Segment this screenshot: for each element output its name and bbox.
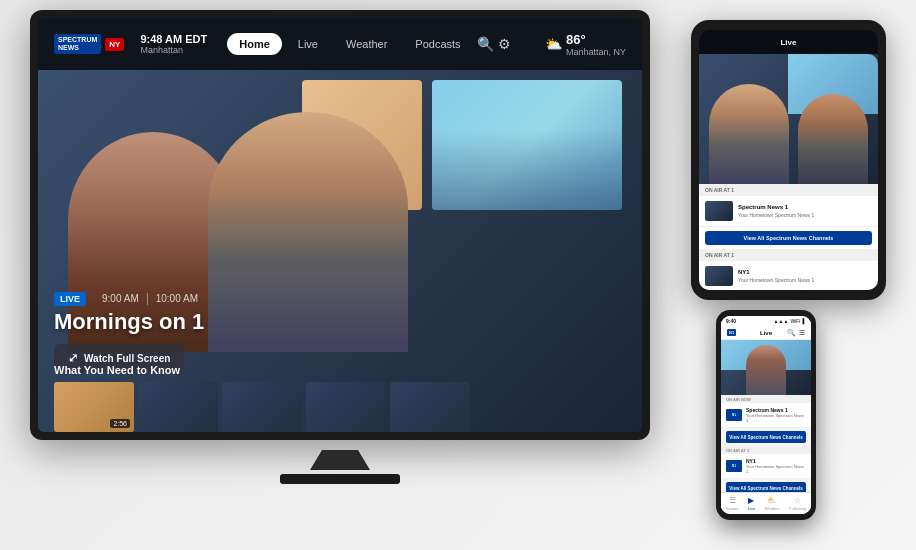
tv-stand	[310, 450, 370, 470]
phone-nav-icons: 🔍 ☰	[787, 329, 805, 337]
city-buildings	[432, 130, 622, 210]
tablet-list-item-2[interactable]: NY1 Your Hometown Spectrum News 1	[699, 261, 878, 290]
thumbnail-row: 2:56	[54, 382, 626, 432]
phone-cta-text-2: View All Spectrum News Channels	[729, 486, 803, 491]
tv-time-display: 9:48 AM EDT Manhattan	[140, 33, 207, 55]
phone-item-logo-2: N1	[726, 460, 742, 472]
tablet-item-text-1: Spectrum News 1 Your Hometown Spectrum N…	[738, 204, 872, 217]
search-icon[interactable]: 🔍	[477, 36, 494, 52]
phone-tab-following[interactable]: ☆ Following	[789, 496, 806, 511]
phone-logo-box: N1	[727, 329, 736, 336]
phone-tab-stories[interactable]: ☰ Stories	[726, 496, 738, 511]
temperature: 86°	[566, 32, 626, 47]
phone-item-sub-1: Your Hometown Spectrum News 1	[746, 413, 806, 423]
thumbnail-1[interactable]: 2:56	[54, 382, 134, 432]
tv-device: SPECTRUMNEWS NY 9:48 AM EDT Manhattan Ho…	[30, 10, 650, 500]
backdrop-city	[432, 80, 622, 210]
tablet-item-sub-1: Your Hometown Spectrum News 1	[738, 212, 872, 218]
phone-status-icons: ▲▲▲ WiFi ▌	[774, 318, 806, 324]
show-title: Mornings on 1	[54, 310, 626, 334]
show-time-start: 9:00 AM	[102, 293, 139, 304]
phone-item-logo-1: N1	[726, 409, 742, 421]
tablet-list: ON AIR AT 1 Spectrum News 1 Your Hometow…	[699, 184, 878, 290]
weather-tab-label: Weather	[765, 506, 780, 511]
phone-content: ON AIR NOW N1 Spectrum News 1 Your Homet…	[721, 395, 811, 492]
tablet-section-header-2: ON AIR AT 1	[699, 249, 878, 261]
live-label: Live	[748, 506, 755, 511]
phone-tab-weather[interactable]: ⛅ Weather	[765, 496, 780, 511]
tablet-thumb-1	[705, 201, 733, 221]
weather-location: Manhattan, NY	[566, 47, 626, 57]
tv-body: SPECTRUMNEWS NY 9:48 AM EDT Manhattan Ho…	[30, 10, 650, 440]
phone-section-header-2: ON AIR AT 1	[721, 446, 811, 454]
phone-item-text-1: Spectrum News 1 Your Hometown Spectrum N…	[746, 407, 806, 423]
tablet-body: Live ON AIR AT 1	[691, 20, 886, 300]
phone-list-item-2[interactable]: N1 NY1 Your Hometown Spectrum News 1	[721, 454, 811, 479]
weather-icon: ⛅	[545, 36, 562, 52]
show-time-end: 10:00 AM	[156, 293, 198, 304]
phone-section-header-1: ON AIR NOW	[721, 395, 811, 403]
nav-podcasts[interactable]: Podcasts	[403, 33, 472, 55]
lower-third: LIVE 9:00 AM 10:00 AM Mornings on 1 ⤢ Wa…	[54, 292, 626, 372]
tablet-news-scene	[699, 54, 878, 184]
tablet-anchor-right	[798, 94, 868, 184]
wifi-icon: WiFi	[790, 318, 800, 324]
phone-logo: N1	[727, 329, 736, 336]
time-separator	[147, 293, 148, 305]
weather-widget: ⛅ 86° Manhattan, NY	[545, 32, 626, 57]
signal-icon: ▲▲▲	[774, 318, 789, 324]
following-icon: ☆	[794, 496, 801, 505]
tablet-item-sub-2: Your Hometown Spectrum News 1	[738, 277, 872, 283]
phone-tab-live[interactable]: ▶ Live	[748, 496, 755, 511]
thumbnail-3[interactable]	[222, 382, 302, 432]
nav-weather[interactable]: Weather	[334, 33, 399, 55]
tablet-section-header: ON AIR AT 1	[699, 184, 878, 196]
expand-icon: ⤢	[68, 351, 78, 365]
phone-video[interactable]	[721, 340, 811, 395]
phone-device: 9:40 ▲▲▲ WiFi ▌ N1 Live 🔍 ☰	[716, 310, 816, 520]
live-icon: ▶	[748, 496, 754, 505]
nav-home[interactable]: Home	[227, 33, 282, 55]
tablet-nav-title: Live	[780, 38, 796, 47]
nav-live[interactable]: Live	[286, 33, 330, 55]
watch-btn-label: Watch Full Screen	[84, 353, 170, 364]
phone-menu-icon[interactable]: ☰	[799, 329, 805, 337]
tablet-cta-text-1: View All Spectrum News Channels	[744, 235, 834, 241]
tablet-video[interactable]	[699, 54, 878, 184]
gear-icon[interactable]: ⚙	[498, 36, 511, 52]
scene-container: SPECTRUMNEWS NY 9:48 AM EDT Manhattan Ho…	[0, 0, 916, 550]
current-time: 9:48 AM EDT	[140, 33, 207, 45]
thumbnail-4[interactable]	[306, 382, 386, 432]
phone-search-icon[interactable]: 🔍	[787, 329, 796, 337]
tv-logo: SPECTRUMNEWS NY	[54, 34, 124, 55]
tablet-item-title-2: NY1	[738, 269, 872, 276]
news-scene: LIVE 9:00 AM 10:00 AM Mornings on 1 ⤢ Wa…	[38, 70, 642, 432]
phone-nav-title: Live	[760, 330, 772, 336]
tablet-list-item-1[interactable]: Spectrum News 1 Your Hometown Spectrum N…	[699, 196, 878, 227]
phone-time: 9:40	[726, 318, 736, 324]
tv-navigation: SPECTRUMNEWS NY 9:48 AM EDT Manhattan Ho…	[38, 18, 642, 70]
phone-cta-1[interactable]: View All Spectrum News Channels	[726, 431, 806, 443]
phone-reporter	[746, 345, 786, 395]
phone-body: 9:40 ▲▲▲ WiFi ▌ N1 Live 🔍 ☰	[716, 310, 816, 520]
tv-base	[280, 474, 400, 484]
phone-section-label-2: ON AIR AT 1	[726, 448, 749, 453]
phone-screen: 9:40 ▲▲▲ WiFi ▌ N1 Live 🔍 ☰	[721, 316, 811, 514]
phone-cta-text-1: View All Spectrum News Channels	[729, 435, 803, 440]
stories-icon: ☰	[729, 496, 736, 505]
logo-ny: NY	[105, 38, 124, 51]
live-badge: LIVE	[54, 292, 86, 306]
thumbnail-5[interactable]	[390, 382, 470, 432]
phone-list-item-1[interactable]: N1 Spectrum News 1 Your Hometown Spectru…	[721, 403, 811, 428]
phone-cta-2[interactable]: View All Spectrum News Channels	[726, 482, 806, 492]
thumbnail-2[interactable]	[138, 382, 218, 432]
tablet-cta-1[interactable]: View All Spectrum News Channels	[705, 231, 872, 245]
following-label: Following	[789, 506, 806, 511]
stories-label: Stories	[726, 506, 738, 511]
battery-icon: ▌	[802, 318, 806, 324]
phone-status-bar: 9:40 ▲▲▲ WiFi ▌	[721, 316, 811, 326]
phone-nav: N1 Live 🔍 ☰	[721, 326, 811, 340]
weather-tab-icon: ⛅	[767, 496, 777, 505]
tablet-item-title-1: Spectrum News 1	[738, 204, 872, 211]
tablet-nav: Live	[699, 30, 878, 54]
